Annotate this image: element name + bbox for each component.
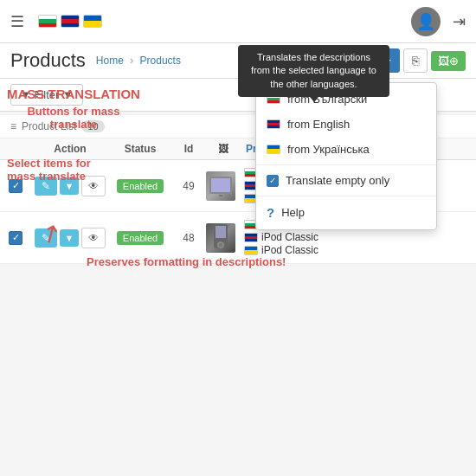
col-header-id: Id: [171, 143, 206, 155]
annotation-overlay: MASS TRANSLATION Buttons for mass transl…: [7, 87, 140, 220]
dropdown-help[interactable]: ? Help: [256, 199, 436, 226]
row1-image: [206, 171, 241, 201]
avatar[interactable]: 👤: [411, 7, 441, 36]
row1-id: 49: [171, 180, 206, 192]
logout-icon[interactable]: ⇥: [453, 12, 466, 31]
row2-image: [206, 223, 241, 253]
hamburger-menu-icon[interactable]: ☰: [10, 12, 24, 31]
page-title: Products: [10, 49, 86, 72]
svg-rect-4: [215, 226, 226, 238]
col-header-img: 🖼: [206, 143, 241, 155]
breadcrumb-current[interactable]: Products: [140, 55, 181, 67]
annotation-translate-label: translate: [7, 118, 140, 131]
dropdown-translate-empty[interactable]: ✓ Translate empty only: [256, 168, 436, 193]
flag-gb-icon[interactable]: [61, 15, 80, 28]
row2-status: Enabled: [109, 231, 171, 244]
flag-ua-icon[interactable]: [83, 15, 102, 28]
dropdown-divider-2: [256, 196, 436, 196]
dropdown-gb-label: from English: [287, 118, 350, 131]
row2-checkbox[interactable]: ✓: [0, 230, 31, 245]
row2-eye-button[interactable]: 👁: [81, 228, 106, 248]
flag-bg-icon[interactable]: [38, 15, 57, 28]
row2-name-gb: iPod Classic: [244, 231, 476, 243]
copy-icon: ⎘: [412, 54, 419, 68]
checked-icon[interactable]: ✓: [9, 231, 23, 245]
breadcrumb: Home › Products: [96, 55, 181, 67]
row2-id: 48: [171, 232, 206, 244]
dropdown-item-ua[interactable]: from Українська: [256, 137, 436, 162]
annotation-select-label: Select items for: [7, 157, 140, 170]
preserve-formatting-annotation: Preserves formatting in descriptions!: [87, 255, 286, 268]
tooltip-text: Translates the descriptions from the sel…: [251, 52, 376, 89]
help-label: Help: [281, 206, 305, 219]
copy-button[interactable]: ⎘: [403, 48, 428, 73]
flag-group: [38, 15, 102, 28]
translate-empty-label: Translate empty only: [286, 174, 389, 187]
row2-flag-gb: [244, 233, 258, 242]
row1-product-thumbnail: [206, 171, 235, 201]
help-icon: ?: [267, 205, 274, 220]
dropdown-ua-label: from Українська: [287, 143, 370, 156]
breadcrumb-sep: ›: [130, 55, 136, 67]
row2-name-ua-text: iPod Classic: [261, 244, 318, 256]
image-icon: 🖼⊕: [438, 55, 459, 68]
row2-flag-ua: [244, 246, 258, 255]
translate-empty-checkbox[interactable]: ✓: [267, 175, 279, 187]
row2-status-badge: Enabled: [117, 231, 164, 245]
translation-tooltip: Translates the descriptions from the sel…: [238, 45, 389, 97]
dropdown-divider-1: [256, 164, 436, 165]
row2-name-gb-text: iPod Classic: [261, 231, 318, 243]
row2-product-thumbnail: [206, 223, 235, 253]
translation-dropdown-menu: from Български from English from Українс…: [255, 82, 437, 230]
breadcrumb-home[interactable]: Home: [96, 55, 124, 67]
dropdown-item-gb[interactable]: from English: [256, 112, 436, 137]
top-navigation: ☰ 👤 ⇥: [0, 0, 476, 43]
row2-name-ua: iPod Classic: [244, 244, 476, 256]
annotation-mass-translation: MASS TRANSLATION: [7, 87, 140, 101]
svg-rect-2: [219, 195, 222, 196]
annotation-buttons-label: Buttons for mass: [7, 105, 140, 118]
svg-rect-1: [211, 178, 230, 192]
image-button[interactable]: 🖼⊕: [431, 51, 466, 71]
flag-ua-small: [267, 145, 280, 154]
svg-point-6: [219, 243, 222, 247]
flag-gb-small: [267, 119, 280, 129]
